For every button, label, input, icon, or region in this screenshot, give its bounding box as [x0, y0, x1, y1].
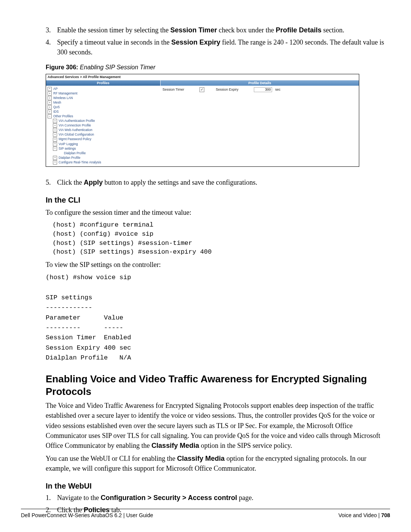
cli-intro-2: To view the SIP settings on the controll… — [46, 260, 390, 270]
step-number: 5. — [46, 177, 57, 187]
tree-item[interactable]: +VIA Connection Profile — [48, 123, 159, 128]
session-timer-field: Session Timer ✓ — [162, 87, 204, 92]
tree-item[interactable]: −SIP settings — [48, 147, 159, 151]
heading-enabling-voice-video: Enabling Voice and Video Traffic Awarene… — [46, 373, 390, 398]
expand-icon[interactable]: + — [48, 110, 52, 114]
collapse-icon[interactable]: − — [48, 114, 52, 118]
figure-label: Figure 306: — [46, 64, 78, 70]
expand-icon[interactable]: + — [53, 123, 57, 128]
cli-intro-1: To configure the session timer and the t… — [46, 208, 390, 217]
tree-item-label: VIA Authentication Profile — [59, 119, 95, 123]
para-2: You can use the WebUI or CLI for enablin… — [46, 454, 390, 473]
step-4: 4. Specify a timeout value in seconds in… — [46, 37, 390, 57]
tree-item-label: Dialplan Profile — [64, 151, 86, 155]
tree-item[interactable]: −Other Profiles — [48, 114, 159, 118]
page-footer: Dell PowerConnect W-Series ArubaOS 6.2 |… — [21, 509, 390, 518]
tree-item-label: VIA Web Authentication — [59, 128, 92, 132]
tree-item-label: Other Profiles — [53, 114, 73, 118]
figure-306: Advanced Services > All Profile Manageme… — [46, 74, 359, 166]
collapse-icon[interactable]: − — [53, 147, 57, 151]
tree-item[interactable]: +Mgmt Password Policy — [48, 137, 159, 141]
step-5: 5. Click the Apply button to apply the s… — [46, 177, 390, 187]
tree-item[interactable]: +VIA Web Authentication — [48, 128, 159, 132]
step-text: Click the Apply button to apply the sett… — [57, 177, 257, 187]
figure-caption: Figure 306: Enabling SIP Session Timer — [46, 64, 390, 71]
session-expiry-input[interactable] — [254, 87, 272, 92]
tree-item[interactable]: +VIA Global Configuration — [48, 133, 159, 137]
figure-tabs: Profiles Profile Details — [46, 80, 359, 86]
tree-item[interactable]: +VoIP Logging — [48, 142, 159, 146]
expand-icon[interactable]: + — [53, 137, 57, 142]
step-text: Specify a timeout value in seconds in th… — [57, 37, 390, 57]
session-expiry-field: Session Expiry sec — [216, 87, 280, 92]
tree-item-label: RF Management — [53, 91, 77, 96]
tree-item-label: Mesh — [53, 101, 61, 105]
footer-right: Voice and Video | 708 — [338, 512, 390, 518]
expand-icon[interactable]: + — [48, 96, 52, 100]
profile-tree: +AP+RF Management+Wireless LAN+Mesh+QoS+… — [46, 86, 160, 166]
step-text: Navigate to the Configuration > Security… — [57, 493, 253, 503]
session-timer-label: Session Timer — [162, 88, 184, 92]
breadcrumb: Advanced Services > All Profile Manageme… — [46, 74, 359, 80]
tab-profiles[interactable]: Profiles — [46, 80, 161, 86]
expand-icon[interactable]: + — [48, 105, 52, 109]
tree-item-label: Wireless LAN — [53, 96, 73, 100]
session-timer-checkbox[interactable]: ✓ — [199, 87, 204, 92]
tree-item-label: AP — [53, 87, 57, 91]
expand-icon[interactable]: + — [53, 133, 57, 137]
step-3: 3. Enable the session timer by selecting… — [46, 25, 390, 35]
step-number: 1. — [46, 493, 57, 503]
session-expiry-unit: sec — [273, 88, 280, 91]
step-number: 3. — [46, 25, 57, 35]
tree-item[interactable]: +Configure Real-Time Analysis — [48, 160, 159, 165]
steps-top: 3. Enable the session timer by selecting… — [46, 25, 390, 57]
heading-in-cli: In the CLI — [46, 196, 390, 204]
expand-icon[interactable]: + — [48, 87, 52, 91]
footer-section: Voice and Video — [338, 512, 377, 518]
para-1: The Voice and Video Traffic Awareness fo… — [46, 401, 390, 450]
footer-left: Dell PowerConnect W-Series ArubaOS 6.2 |… — [21, 512, 153, 518]
expand-icon[interactable]: + — [53, 156, 57, 160]
tree-item[interactable]: +QoS — [48, 105, 159, 109]
tree-item-label: VoIP Logging — [59, 142, 78, 146]
page: 3. Enable the session timer by selecting… — [0, 0, 411, 532]
step-number: 4. — [46, 37, 57, 57]
footer-page-number: 708 — [381, 512, 390, 518]
heading-in-webui: In the WebUI — [46, 482, 390, 490]
figure-title: Enabling SIP Session Timer — [80, 64, 155, 70]
tree-item-label: QoS — [53, 105, 60, 109]
tree-item-label: VIA Global Configuration — [59, 133, 94, 137]
expand-icon[interactable]: + — [53, 160, 57, 165]
tree-item[interactable]: +IDS — [48, 110, 159, 114]
step-b-1: 1. Navigate to the Configuration > Secur… — [46, 493, 390, 503]
expand-icon[interactable]: + — [48, 91, 52, 96]
tree-item-label: Mgmt Password Policy — [59, 137, 91, 141]
tree-item-label: SIP settings — [59, 147, 76, 151]
tree-item-label: Configure Real-Time Analysis — [59, 160, 101, 165]
expand-icon[interactable]: + — [48, 101, 52, 105]
cli-block-2: (host) #show voice sip SIP settings ----… — [46, 273, 390, 363]
tree-item[interactable]: +Wireless LAN — [48, 96, 159, 100]
tree-item[interactable]: Dialplan Profile — [48, 151, 159, 155]
expand-icon[interactable]: + — [53, 128, 57, 132]
profile-detail: Session Timer ✓ Session Expiry sec — [160, 86, 359, 94]
tree-item-label: VIA Connection Profile — [59, 123, 91, 128]
tab-profile-details[interactable]: Profile Details — [161, 80, 359, 86]
tree-item[interactable]: +Dialplan Profile — [48, 156, 159, 160]
expand-icon[interactable]: + — [53, 119, 57, 123]
step-text: Enable the session timer by selecting th… — [57, 25, 344, 35]
tree-item[interactable]: +VIA Authentication Profile — [48, 119, 159, 123]
tree-item-label: IDS — [53, 110, 59, 114]
session-expiry-label: Session Expiry — [216, 88, 239, 92]
tree-item[interactable]: +Mesh — [48, 101, 159, 105]
tree-item[interactable]: +RF Management — [48, 91, 159, 96]
expand-icon[interactable]: + — [53, 142, 57, 146]
cli-block-1: (host) #configure terminal (host) (confi… — [53, 220, 390, 257]
steps-mid: 5. Click the Apply button to apply the s… — [46, 177, 390, 187]
tree-item-label: Dialplan Profile — [59, 156, 80, 160]
tree-item[interactable]: +AP — [48, 87, 159, 91]
